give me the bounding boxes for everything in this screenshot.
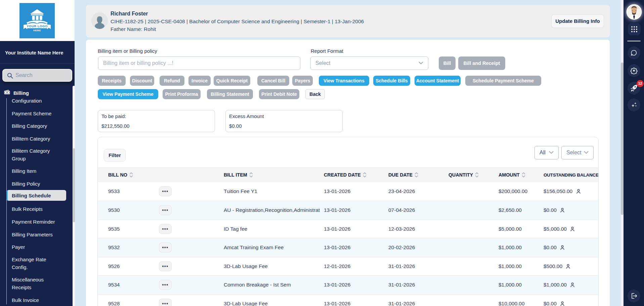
svg-text:YOUR LOGO: YOUR LOGO xyxy=(27,24,48,28)
svg-text:HERE: HERE xyxy=(33,29,41,32)
